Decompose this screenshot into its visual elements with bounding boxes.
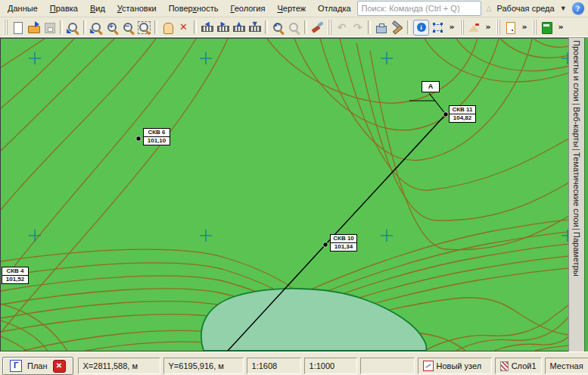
contour-line — [494, 336, 568, 351]
toolbox-button[interactable] — [374, 20, 388, 35]
survey-point[interactable] — [443, 112, 448, 117]
survey-point[interactable] — [323, 242, 328, 247]
toolbar-separator — [407, 20, 410, 34]
contour-line — [535, 345, 568, 351]
panel-button[interactable] — [503, 20, 518, 35]
borehole-label-skv4[interactable]: СКВ 4101,52 — [2, 267, 29, 284]
grid-cross-icon — [200, 230, 212, 242]
redo-button[interactable]: ↷ — [350, 20, 365, 35]
surface-overflow-button[interactable]: » — [483, 20, 493, 35]
menu-pravka[interactable]: Правка — [44, 2, 84, 15]
menubar-right-group: △ Рабочая среда ▼ ? — [357, 1, 587, 16]
section-leader-line — [409, 93, 446, 114]
reference-overflow-button[interactable]: » — [555, 20, 566, 35]
sidebar-tab-parameters[interactable]: Параметры — [572, 232, 581, 280]
grid-cross-icon — [200, 52, 212, 64]
zoom-out-button[interactable]: − — [121, 20, 135, 35]
grid-cross-icon — [29, 52, 41, 64]
toolbar-separator — [368, 20, 371, 34]
menu-dannye[interactable]: Данные — [2, 2, 44, 15]
zoom-previous-button[interactable]: ↶ — [271, 20, 285, 35]
contour-line — [320, 39, 532, 161]
tools-button[interactable] — [390, 20, 404, 35]
style-brush-button[interactable] — [310, 20, 325, 35]
contour-line — [534, 39, 568, 47]
current-scale-field[interactable]: 1:1608 — [247, 358, 301, 374]
menu-ustanovki[interactable]: Установки — [111, 2, 163, 15]
zoom-scale-button[interactable]: ◣ — [66, 20, 80, 35]
drawing-scale-field[interactable]: 1:1000 — [304, 358, 357, 374]
scale-left-button[interactable]: ◀ — [200, 20, 214, 35]
toolbar-separator — [60, 20, 63, 34]
new-document-button[interactable] — [11, 20, 25, 35]
reference-button[interactable] — [540, 20, 554, 35]
grid-cross-icon — [381, 230, 393, 242]
contour-line — [1, 39, 74, 108]
map-drawing — [1, 39, 568, 351]
contour-line — [1, 39, 45, 67]
sidebar-tab-web-maps[interactable]: Веб-карты| — [572, 107, 581, 152]
workspace-caret-icon[interactable]: ▼ — [560, 5, 567, 12]
map-canvas[interactable]: СКВ 6101,10 СКВ 11104,82 СКВ 10101,34 СК… — [0, 38, 568, 352]
tab-plan[interactable]: Г План ✕ — [2, 357, 73, 375]
plan-tab-label: План — [27, 361, 48, 370]
find-button[interactable] — [287, 20, 301, 35]
section-marker-a[interactable]: А — [422, 81, 440, 92]
command-search-input[interactable] — [357, 1, 481, 16]
scale-right-button[interactable]: ▶ — [216, 20, 230, 35]
toolbar-grip[interactable] — [496, 20, 500, 35]
open-button[interactable] — [26, 20, 41, 35]
close-tab-button[interactable]: ✕ — [53, 360, 66, 373]
coordinate-y-readout: Y=6195,916, м — [163, 358, 244, 374]
toolbar-separator — [304, 20, 307, 34]
contour-line — [1, 336, 26, 351]
edit-nodes-button[interactable] — [431, 20, 445, 35]
menu-chertezh[interactable]: Чертеж — [271, 2, 312, 15]
surface-button[interactable] — [467, 20, 481, 35]
zoom-in-button[interactable]: + — [105, 20, 120, 35]
scale-up-button[interactable]: ▲ — [232, 20, 246, 35]
toolbar-separator — [83, 20, 86, 34]
borehole-label-skv11[interactable]: СКВ 11104,82 — [449, 105, 476, 123]
zoom-dynamic-button[interactable]: ◣ — [89, 20, 104, 35]
fit-extents-button[interactable]: ✕ — [176, 20, 191, 35]
menu-geologiya[interactable]: Геология — [224, 2, 271, 15]
workspace-menu[interactable]: Рабочая среда — [497, 4, 555, 13]
status-bar: Г План ✕ X=2811,588, м Y=6195,916, м 1:1… — [0, 352, 588, 375]
zoom-window-button[interactable] — [137, 20, 151, 35]
info-button[interactable]: i — [413, 20, 429, 36]
grid-cross-icon — [562, 52, 568, 64]
scale-down-button[interactable]: ▼ — [247, 20, 262, 35]
borehole-label-skv10[interactable]: СКВ 10101,34 — [330, 234, 357, 252]
menu-poverkhnost[interactable]: Поверхность — [163, 2, 225, 15]
toolbar-separator — [154, 20, 157, 34]
panel-overflow-button[interactable]: » — [519, 20, 530, 35]
pan-button[interactable] — [160, 20, 175, 35]
toolbar-overflow-button[interactable]: » — [446, 20, 457, 35]
sidebar-tab-thematic-layers[interactable]: Тематические слои| — [572, 152, 581, 232]
save-button[interactable] — [42, 20, 57, 35]
new-node-mode-button[interactable]: Новый узел — [418, 358, 492, 374]
toolbar-grip[interactable] — [328, 20, 331, 35]
contour-line — [1, 39, 196, 284]
coordinate-system-button[interactable]: Местная — [545, 358, 588, 374]
grid-cross-icon — [562, 230, 568, 242]
toolbar-grip[interactable] — [460, 20, 464, 35]
active-layer-button[interactable]: Слой1 — [495, 358, 542, 374]
menu-otladka[interactable]: Отладка — [312, 2, 356, 15]
contour-line — [370, 51, 568, 250]
undo-button[interactable]: ↶ — [334, 20, 349, 35]
toolbar: ◣◣+−✕◀▶▲▼↶↶↷i»»»» — [0, 17, 588, 38]
contour-line — [425, 305, 568, 351]
toolbar-grip[interactable] — [4, 20, 8, 35]
menu-vid[interactable]: Вид — [84, 2, 111, 15]
sidebar-tab-projects-layers[interactable]: Проекты и слои| — [572, 40, 581, 107]
main-area: СКВ 6101,10 СКВ 11104,82 СКВ 10101,34 СК… — [0, 38, 588, 352]
application-window: { "menubar": { "items": [ {"pre":"","u":… — [0, 0, 588, 375]
lake-polygon[interactable] — [201, 289, 426, 351]
help-icon[interactable]: ? — [572, 2, 584, 14]
borehole-label-skv6[interactable]: СКВ 6101,10 — [143, 128, 170, 145]
toolbar-separator — [194, 20, 197, 34]
toolbar-grip[interactable] — [533, 20, 537, 35]
survey-point[interactable] — [136, 136, 141, 141]
